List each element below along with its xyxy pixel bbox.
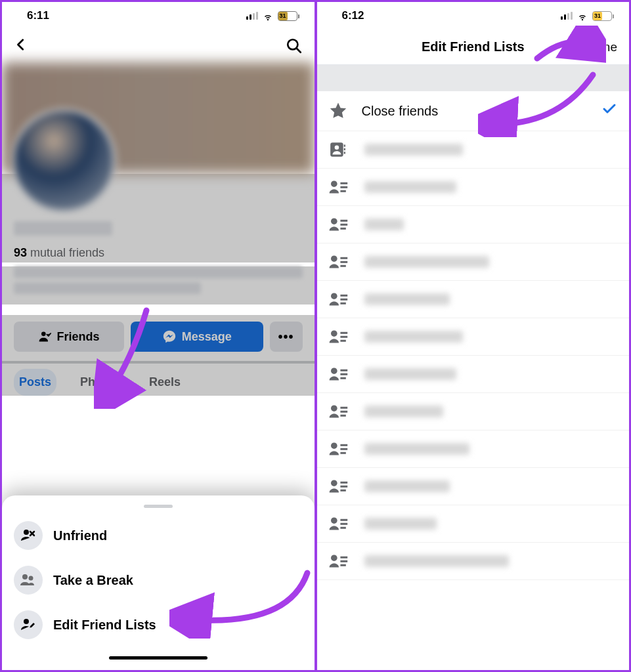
cover-photo[interactable] xyxy=(2,62,315,174)
person-list-icon xyxy=(328,215,351,234)
close-friends-label: Close friends xyxy=(362,104,589,119)
person-list-icon xyxy=(328,552,351,570)
svg-rect-32 xyxy=(340,336,347,338)
list-row[interactable] xyxy=(317,468,630,505)
modal-title: Edit Friend Lists xyxy=(422,39,525,54)
more-button[interactable]: ••• xyxy=(270,322,303,352)
sheet-edit-friend-lists[interactable]: Edit Friend Lists xyxy=(7,602,309,647)
person-list-icon xyxy=(328,327,351,346)
svg-point-6 xyxy=(22,574,28,579)
svg-rect-13 xyxy=(343,152,345,154)
svg-rect-39 xyxy=(340,407,347,409)
edit-friend-lists-screen: 6:12 31 Edit Friend Lists Done Close fri… xyxy=(317,2,630,670)
list-label-redacted xyxy=(364,331,463,343)
svg-rect-51 xyxy=(340,519,347,521)
list-row[interactable] xyxy=(317,430,630,468)
sheet-take-break[interactable]: Take a Break xyxy=(7,558,309,602)
battery-icon: 31 xyxy=(592,11,612,21)
svg-rect-44 xyxy=(340,448,347,450)
sheet-take-break-label: Take a Break xyxy=(53,573,133,588)
home-indicator[interactable] xyxy=(109,656,207,660)
list-row[interactable] xyxy=(317,318,630,356)
svg-rect-52 xyxy=(340,523,347,525)
list-row[interactable] xyxy=(317,243,630,281)
done-button[interactable]: Done xyxy=(588,30,617,64)
svg-rect-45 xyxy=(340,452,345,454)
svg-point-10 xyxy=(334,146,339,150)
message-button[interactable]: Message xyxy=(131,322,263,352)
svg-point-8 xyxy=(24,619,29,624)
status-bar: 6:12 31 xyxy=(317,2,630,30)
tab-posts[interactable]: Posts xyxy=(14,369,56,396)
svg-rect-27 xyxy=(340,295,347,297)
sheet-edit-friend-lists-label: Edit Friend Lists xyxy=(53,618,156,633)
tab-photos[interactable]: Photos xyxy=(75,369,125,396)
tab-reels[interactable]: Reels xyxy=(144,369,186,396)
list-row[interactable] xyxy=(317,169,630,206)
svg-rect-20 xyxy=(340,224,347,226)
person-list-icon xyxy=(328,290,351,308)
svg-point-7 xyxy=(29,576,33,581)
svg-rect-41 xyxy=(340,415,345,417)
svg-rect-55 xyxy=(340,556,347,558)
profile-action-row: Friends Message ••• xyxy=(2,315,315,361)
status-bar: 6:11 31 xyxy=(2,2,315,30)
section-gap xyxy=(317,65,630,91)
svg-rect-16 xyxy=(340,186,347,188)
person-list-icon xyxy=(328,402,351,421)
list-row[interactable] xyxy=(317,281,630,318)
svg-point-18 xyxy=(331,218,337,224)
svg-rect-53 xyxy=(340,527,345,529)
list-label-redacted xyxy=(364,219,404,230)
svg-point-14 xyxy=(331,180,337,187)
svg-rect-36 xyxy=(340,373,347,375)
address-book-icon xyxy=(328,140,351,159)
message-button-label: Message xyxy=(182,330,232,344)
list-row[interactable] xyxy=(317,505,630,543)
svg-rect-21 xyxy=(340,228,345,230)
svg-point-54 xyxy=(331,555,337,561)
svg-line-1 xyxy=(296,49,300,52)
svg-rect-37 xyxy=(340,377,345,379)
svg-point-2 xyxy=(41,332,46,337)
svg-rect-47 xyxy=(340,482,347,484)
svg-point-38 xyxy=(331,405,337,411)
svg-rect-12 xyxy=(343,148,345,150)
back-button[interactable] xyxy=(14,35,28,56)
list-row[interactable] xyxy=(317,131,630,169)
svg-rect-19 xyxy=(340,220,347,222)
svg-rect-23 xyxy=(340,257,347,259)
svg-point-3 xyxy=(24,530,29,535)
take-break-icon xyxy=(14,566,43,595)
profile-screen: 6:11 31 xyxy=(2,2,315,670)
list-row[interactable] xyxy=(317,543,630,580)
list-row[interactable] xyxy=(317,393,630,430)
list-row-close-friends[interactable]: Close friends xyxy=(317,91,630,131)
svg-rect-28 xyxy=(340,299,347,301)
sheet-unfriend-label: Unfriend xyxy=(53,528,107,543)
svg-rect-43 xyxy=(340,444,347,446)
list-row[interactable] xyxy=(317,356,630,393)
list-row[interactable] xyxy=(317,206,630,243)
friends-button-label: Friends xyxy=(56,330,99,344)
svg-rect-33 xyxy=(340,340,345,342)
search-icon[interactable] xyxy=(286,37,303,54)
person-list-icon xyxy=(328,477,351,495)
svg-rect-29 xyxy=(340,303,345,304)
svg-point-22 xyxy=(331,255,337,262)
svg-rect-15 xyxy=(340,182,347,184)
sheet-unfriend[interactable]: Unfriend xyxy=(7,513,309,558)
unfriend-icon xyxy=(14,521,43,550)
mutual-friends-row[interactable]: 93 mutual friends xyxy=(2,240,315,262)
friends-action-sheet: Unfriend Take a Break Edit Friend Lists xyxy=(2,495,315,670)
profile-name xyxy=(14,221,112,236)
friends-button[interactable]: Friends xyxy=(14,322,124,352)
svg-point-50 xyxy=(331,517,337,524)
list-label-redacted xyxy=(364,406,443,417)
profile-avatar[interactable] xyxy=(11,108,116,213)
svg-point-46 xyxy=(331,480,337,486)
profile-bio xyxy=(2,266,315,304)
svg-rect-35 xyxy=(340,369,347,371)
list-label-redacted xyxy=(364,256,489,268)
sheet-drag-handle[interactable] xyxy=(144,505,173,508)
